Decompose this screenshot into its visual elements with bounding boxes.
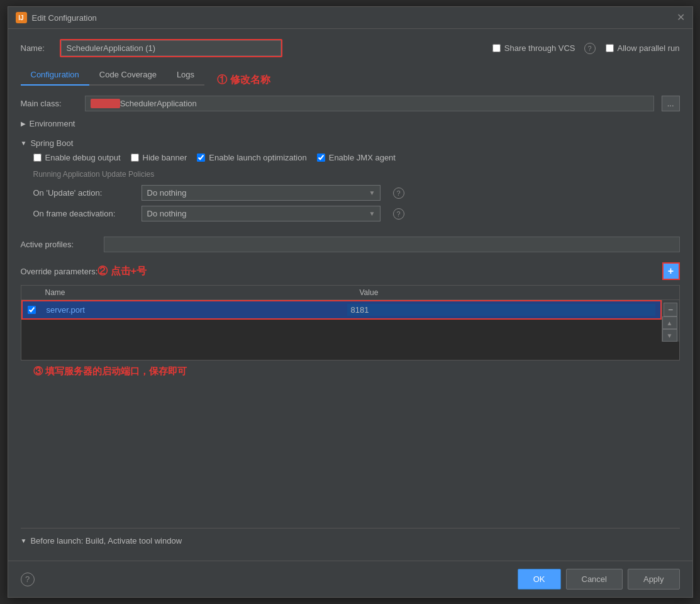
param-name-cell: server.port [47, 305, 347, 315]
name-label: Name: [21, 43, 52, 53]
active-profiles-label: Active profiles: [21, 240, 96, 249]
param-value-cell[interactable]: 8181 [347, 304, 655, 316]
enable-jmx-label: Enable JMX agent [329, 153, 396, 162]
active-profiles-input[interactable] [104, 237, 680, 252]
on-frame-select[interactable]: Do nothing Update classes and resources … [142, 206, 381, 221]
annotation-3: ③ 填写服务器的启动端口，保存即可 [33, 366, 680, 378]
add-param-button[interactable]: + [662, 262, 680, 280]
hide-banner-label: Hide banner [143, 153, 187, 162]
param-checkbox[interactable] [28, 306, 36, 314]
environment-label: Environment [30, 119, 75, 128]
share-vcs-checkbox[interactable] [492, 44, 501, 52]
on-frame-select-wrapper: Do nothing Update classes and resources … [142, 206, 381, 221]
annotation-2: ② 点击+号 [97, 265, 147, 278]
scroll-up-button[interactable]: ▲ [662, 316, 677, 329]
name-input-border [60, 39, 282, 57]
annotation-1: ① 修改名称 [217, 74, 270, 87]
blurred-part: ●●●●●● [91, 99, 120, 108]
tabs: Configuration Code Coverage Logs [21, 65, 205, 86]
tab-logs[interactable]: Logs [167, 65, 204, 86]
enable-launch-checkbox[interactable] [197, 154, 205, 162]
close-button[interactable]: ✕ [677, 13, 685, 23]
on-frame-row: On frame deactivation: Do nothing Update… [33, 206, 680, 221]
hide-banner-checkbox[interactable] [131, 154, 139, 162]
on-frame-label: On frame deactivation: [33, 209, 134, 218]
cancel-button[interactable]: Cancel [566, 569, 623, 590]
enable-launch-label: Enable launch optimization [209, 153, 306, 162]
enable-debug-checkbox[interactable] [33, 154, 42, 162]
policies-title: Running Application Update Policies [33, 170, 680, 179]
on-update-select[interactable]: Do nothing Update classes and resources … [142, 185, 381, 201]
environment-arrow-icon: ▶ [21, 120, 26, 127]
main-class-value: SchedulerApplication [120, 99, 197, 108]
header-right: Share through VCS ? Allow parallel run [492, 43, 680, 54]
dialog-body: Name: Share through VCS ? Allow parallel… [8, 29, 692, 561]
name-input[interactable] [61, 40, 281, 56]
apply-button[interactable]: Apply [628, 569, 680, 590]
enable-jmx-item: Enable JMX agent [317, 153, 396, 162]
spring-boot-section: ▼ Spring Boot Enable debug output Hide b… [21, 138, 680, 232]
spring-boot-arrow-icon: ▼ [21, 140, 27, 147]
footer-right: OK Cancel Apply [518, 569, 680, 590]
override-params-label: Override parameters: [21, 267, 98, 276]
spring-boot-label: Spring Boot [30, 138, 73, 148]
on-update-help-icon[interactable]: ? [393, 187, 404, 199]
active-profiles-row: Active profiles: [21, 237, 680, 252]
before-launch-header[interactable]: ▼ Before launch: Build, Activate tool wi… [21, 536, 680, 545]
table-sidebar: − ▲ ▼ [662, 300, 679, 342]
edit-configuration-dialog: IJ Edit Configuration ✕ Name: Share thro… [8, 6, 693, 598]
table-col-value-header: Value [360, 288, 674, 297]
share-vcs-group: Share through VCS ? [492, 43, 596, 54]
override-section: Override parameters: ② 点击+号 + Name Value [21, 262, 680, 378]
title-bar: IJ Edit Configuration ✕ [8, 7, 692, 29]
environment-header[interactable]: ▶ Environment [21, 119, 680, 128]
environment-section: ▶ Environment [21, 119, 680, 133]
title-bar-left: IJ Edit Configuration [16, 12, 97, 23]
param-checkbox-col [28, 306, 47, 314]
scroll-down-button[interactable]: ▼ [662, 329, 677, 342]
before-launch-arrow-icon: ▼ [21, 537, 27, 544]
spring-boot-header[interactable]: ▼ Spring Boot [21, 138, 680, 148]
dialog-title: Edit Configuration [32, 13, 97, 23]
on-update-label: On 'Update' action: [33, 188, 134, 198]
spring-boot-options: Enable debug output Hide banner Enable l… [33, 153, 680, 162]
on-frame-help-icon[interactable]: ? [393, 208, 404, 220]
main-class-label: Main class: [21, 99, 77, 108]
table-row[interactable]: server.port 8181 [21, 300, 662, 320]
params-table: Name Value server.port 8181 [21, 285, 680, 361]
enable-launch-item: Enable launch optimization [197, 153, 306, 162]
hide-banner-item: Hide banner [131, 153, 187, 162]
table-scroll-buttons: ▲ ▼ [662, 316, 679, 342]
on-update-select-wrapper: Do nothing Update classes and resources … [142, 185, 381, 201]
table-header-checkbox-col [26, 288, 45, 297]
table-header: Name Value [21, 286, 679, 300]
footer-left: ? [21, 573, 35, 586]
tab-configuration[interactable]: Configuration [21, 65, 89, 86]
before-launch-label: Before launch: Build, Activate tool wind… [30, 536, 182, 545]
allow-parallel-group: Allow parallel run [606, 43, 680, 53]
share-vcs-label: Share through VCS [504, 43, 575, 53]
main-class-input[interactable]: ●●●●●● SchedulerApplication [85, 96, 654, 111]
name-row: Name: Share through VCS ? Allow parallel… [21, 39, 680, 57]
table-col-name-header: Name [45, 288, 360, 297]
help-button[interactable]: ? [21, 573, 35, 586]
policies-section: Running Application Update Policies On '… [33, 170, 680, 221]
remove-param-button[interactable]: − [664, 303, 677, 316]
enable-debug-item: Enable debug output [33, 153, 121, 162]
dialog-footer: ? OK Cancel Apply [8, 561, 692, 597]
table-main: server.port 8181 [21, 300, 662, 342]
app-icon: IJ [16, 12, 27, 23]
allow-parallel-checkbox[interactable] [606, 44, 614, 52]
enable-jmx-checkbox[interactable] [317, 154, 325, 162]
browse-button[interactable]: ... [662, 96, 680, 111]
share-vcs-help-icon[interactable]: ? [584, 43, 596, 54]
on-update-row: On 'Update' action: Do nothing Update cl… [33, 185, 680, 201]
enable-debug-label: Enable debug output [45, 153, 121, 162]
main-class-row: Main class: ●●●●●● SchedulerApplication … [21, 96, 680, 111]
before-launch-section: ▼ Before launch: Build, Activate tool wi… [21, 528, 680, 551]
tabs-row: Configuration Code Coverage Logs ① 修改名称 [21, 65, 680, 96]
tab-code-coverage[interactable]: Code Coverage [89, 65, 167, 86]
table-scroll-area: server.port 8181 − ▲ ▼ [21, 300, 679, 342]
override-header: Override parameters: ② 点击+号 + [21, 262, 680, 280]
ok-button[interactable]: OK [518, 569, 561, 590]
